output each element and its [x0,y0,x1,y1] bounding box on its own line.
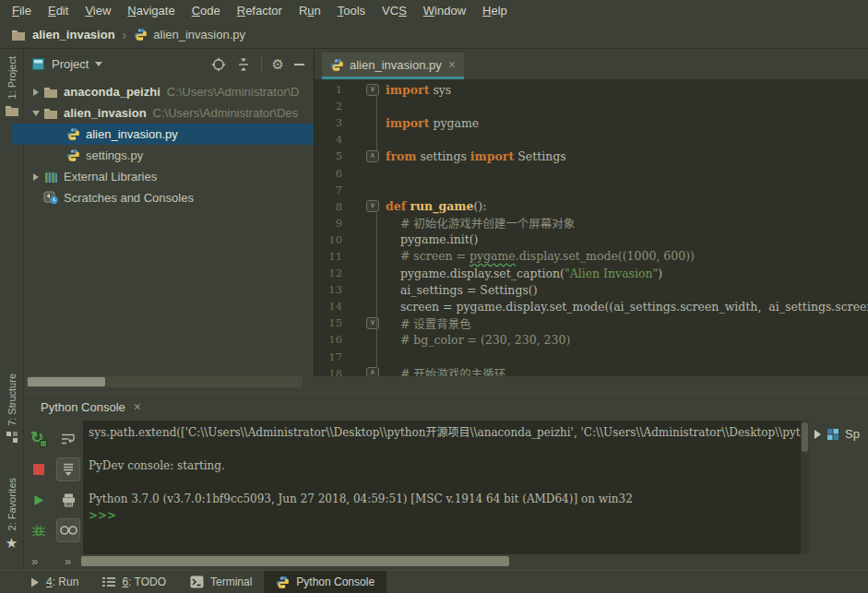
scroll-to-end-icon[interactable] [56,457,80,481]
console-output-line: PyDev console: starting. [89,457,795,474]
chevron-down-icon[interactable] [30,111,42,116]
console-tab-bar: Python Console × [24,393,868,421]
python-file-icon [330,58,344,72]
code-line-8[interactable]: 8∨def run_game(): [315,198,868,215]
code-line-2[interactable]: 2 [315,98,868,114]
code-line-17[interactable]: 17 [315,349,868,365]
console-vscrollbar-thumb[interactable] [802,422,808,452]
code-line-11[interactable]: 11 # screen = pygame.display.set_mode((1… [315,248,868,265]
soft-wrap-icon[interactable] [56,427,80,451]
menu-navigate[interactable]: Navigate [119,0,183,21]
toolbar-button-python-console[interactable]: Python Console [264,571,386,593]
breadcrumb-project[interactable]: alien_invasion [32,28,115,42]
run-icon[interactable] [27,488,51,512]
project-tree: anaconda_peizhiC:\Users\Administrator\Da… [24,81,314,208]
code-line-7[interactable]: 7 [315,182,868,198]
code-line-9[interactable]: 9 # 初始化游戏并创建一个屏幕对象 [315,215,868,231]
chevron-right-icon[interactable] [30,89,42,96]
console-hscrollbar-thumb[interactable] [81,556,509,566]
special-variables-icon [826,428,839,441]
console-vscrollbar[interactable] [801,421,809,554]
splitter[interactable] [314,376,868,392]
tree-item-scratches-and-consoles[interactable]: Scratches and Consoles [24,187,314,208]
console-view-toolbar [54,421,83,554]
tree-item-name: settings.py [86,148,143,162]
toolbar-button-label: 4: Run [46,575,78,588]
tree-item-name: alien_invasion [64,106,147,120]
editor-tab-alien-invasion[interactable]: alien_invasion.py × [322,53,464,79]
folder-icon [42,86,59,98]
fold-marker-icon[interactable]: ∨ [366,84,379,96]
stripe-item-favorites[interactable]: 2: Favorites ★ [0,478,23,551]
console-tab[interactable]: Python Console × [35,396,147,418]
code-line-13[interactable]: 13 ai_settings = Settings() [315,281,868,298]
code-line-6[interactable]: 6 [315,164,868,181]
toolbar-overflow-icon[interactable]: » [31,554,38,569]
scratches-icon [42,191,59,205]
code-text: # bg_color = (230, 230, 230) [386,333,570,347]
print-icon[interactable] [56,488,80,512]
code-text: import sys [386,83,451,97]
stripe-item-project[interactable]: 1: Project [0,56,23,116]
chevron-down-icon[interactable] [95,62,102,66]
code-line-5[interactable]: 5∧from settings import Settings [315,148,868,164]
line-number: 14 [315,300,344,313]
fold-marker-icon[interactable]: ∧ [366,150,379,162]
menu-run[interactable]: Run [291,0,329,21]
rerun-icon[interactable]: ↻ [27,427,51,451]
stop-icon[interactable] [27,457,51,481]
code-line-1[interactable]: 1∨import sys [315,81,868,98]
gear-icon[interactable]: ⚙ [272,57,284,71]
breadcrumb-file[interactable]: alien_invasion.py [153,28,245,42]
line-number: 7 [315,184,344,196]
close-icon[interactable]: × [448,58,456,71]
locate-icon[interactable] [211,57,226,72]
project-hscrollbar[interactable] [26,376,303,387]
collapse-all-icon[interactable] [236,57,251,72]
menu-file[interactable]: File [4,0,40,21]
menu-code[interactable]: Code [184,0,229,21]
toolbar-overflow-icon[interactable]: » [65,554,71,569]
editor: alien_invasion.py × 1∨import sys23import… [314,49,868,376]
code-line-3[interactable]: 3import pygame [315,114,868,131]
tree-item-name: anaconda_peizhi [64,85,161,99]
project-hscrollbar-thumb[interactable] [28,377,105,386]
tree-item-alien-invasion-py[interactable]: alien_invasion.py [24,124,314,145]
tree-item-external-libraries[interactable]: External Libraries [24,166,314,187]
stripe-item-structure[interactable]: 7: Structure [0,374,23,443]
menu-view[interactable]: View [77,0,119,21]
menu-vcs[interactable]: VCS [374,0,415,21]
fold-marker-icon[interactable]: ∨ [366,200,379,212]
tree-item-alien-invasion[interactable]: alien_invasionC:\Users\Administrator\Des [24,102,314,124]
expand-icon[interactable] [814,430,821,439]
menu-edit[interactable]: Edit [40,0,77,21]
menu-window[interactable]: Window [415,0,474,21]
tree-item-name: alien_invasion.py [86,127,178,141]
project-panel-title[interactable]: Project [52,57,89,71]
menu-refactor[interactable]: Refactor [229,0,291,21]
chevron-right-icon[interactable] [30,173,42,181]
menu-tools[interactable]: Tools [329,0,374,21]
python-file-icon [65,148,81,162]
code-line-12[interactable]: 12 pygame.display.set_caption("Alien Inv… [315,265,868,281]
line-number: 9 [315,217,344,230]
debug-icon[interactable] [27,518,51,542]
menu-help[interactable]: Help [474,0,516,21]
code-area[interactable]: 1∨import sys23import pygame45∧from setti… [315,79,868,378]
toolbar-button-terminal[interactable]: Terminal [178,571,264,593]
tree-item-settings-py[interactable]: settings.py [24,145,314,166]
hide-panel-icon[interactable] [294,64,304,65]
code-line-15[interactable]: 15∨ # 设置背景色 [315,314,868,331]
close-icon[interactable]: × [134,399,141,414]
toolbar-button-4-run[interactable]: 4: Run [18,571,90,593]
toolbar-button-6-todo[interactable]: 6: TODO [90,571,178,593]
console-output[interactable]: sys.path.extend(['C:\\Users\\Administrat… [83,421,801,554]
show-variables-icon[interactable] [56,518,80,542]
toolbar-button-label: Terminal [210,575,252,588]
code-line-16[interactable]: 16 # bg_color = (230, 230, 230) [315,331,868,348]
code-line-4[interactable]: 4 [315,131,868,148]
code-line-10[interactable]: 10 pygame.init() [315,231,868,248]
editor-tab-bar: alien_invasion.py × [315,49,868,79]
code-line-14[interactable]: 14 screen = pygame.display.set_mode((ai_… [315,298,868,314]
tree-item-anaconda-peizhi[interactable]: anaconda_peizhiC:\Users\Administrator\D [24,81,314,102]
